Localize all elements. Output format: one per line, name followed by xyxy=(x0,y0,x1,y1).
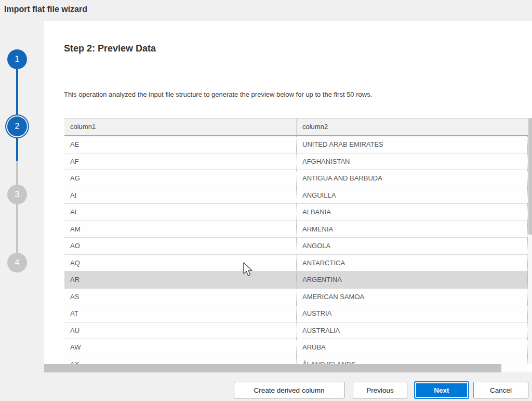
table-body: AEUNITED ARAB EMIRATESAFAFGHANISTANAGANT… xyxy=(64,136,528,364)
cell-column2: AFGHANISTAN xyxy=(296,153,528,170)
cell-column2: ARMENIA xyxy=(296,221,528,238)
cell-column2: AUSTRALIA xyxy=(296,322,528,339)
table-row[interactable]: ARARGENTINA xyxy=(64,271,528,289)
cell-column1: AE xyxy=(64,136,296,153)
cell-column1: AW xyxy=(64,339,296,356)
cell-column1: AI xyxy=(64,187,296,204)
create-derived-column-button[interactable]: Create derived column xyxy=(234,382,344,398)
table-row[interactable]: AMARMENIA xyxy=(64,221,528,238)
table-row[interactable]: AFAFGHANISTAN xyxy=(64,153,528,171)
cell-column1: AU xyxy=(64,322,296,339)
cell-column1: AT xyxy=(64,305,296,322)
table-row[interactable]: AIANGUILLA xyxy=(64,187,528,204)
next-button[interactable]: Next xyxy=(414,381,469,399)
cell-column2: ARUBA xyxy=(296,339,528,356)
table-row[interactable]: ALALBANIA xyxy=(64,204,528,221)
cell-column2: ALBANIA xyxy=(296,204,528,221)
column-header-column1[interactable]: column1 xyxy=(64,119,296,135)
horizontal-scrollbar-thumb[interactable] xyxy=(44,364,501,372)
table-row[interactable]: ATAUSTRIA xyxy=(64,305,528,322)
cell-column1: AS xyxy=(64,289,296,305)
cell-column1: AO xyxy=(64,238,296,254)
page-title: Step 2: Preview Data xyxy=(64,43,156,54)
wizard-title-bar: Import flat file wizard xyxy=(0,0,532,21)
step-indicator-1: 1 xyxy=(7,49,27,69)
cell-column2: ANGOLA xyxy=(296,238,528,254)
cell-column2: ANTIGUA AND BARBUDA xyxy=(296,170,528,187)
mouse-cursor-icon xyxy=(243,262,254,277)
step-indicator-2: 2 xyxy=(7,117,27,136)
previous-button[interactable]: Previous xyxy=(353,382,407,398)
cell-column1: AR xyxy=(64,271,296,288)
cell-column2: ÅLAND ISLANDS xyxy=(296,356,528,365)
table-row[interactable]: AGANTIGUA AND BARBUDA xyxy=(64,170,528,187)
table-row[interactable]: AQANTARCTICA xyxy=(64,255,528,272)
table-row[interactable]: AXÅLAND ISLANDS xyxy=(64,356,528,365)
cell-column2: UNITED ARAB EMIRATES xyxy=(296,136,528,153)
cell-column2: ARGENTINA xyxy=(296,271,528,288)
preview-table: column1 column2 AEUNITED ARAB EMIRATESAF… xyxy=(64,118,528,364)
cell-column2: AUSTRIA xyxy=(296,305,528,322)
cell-column1: AQ xyxy=(64,255,296,271)
cell-column1: AX xyxy=(64,356,296,365)
cell-column1: AG xyxy=(64,170,296,187)
cancel-button[interactable]: Cancel xyxy=(473,382,528,398)
table-row[interactable]: ASAMERICAN SAMOA xyxy=(64,289,528,306)
cell-column2: AMERICAN SAMOA xyxy=(296,289,528,305)
preview-description: This operation analyzed the input file s… xyxy=(64,90,372,98)
table-row[interactable]: AWARUBA xyxy=(64,339,528,356)
cell-column1: AF xyxy=(64,153,296,170)
table-row[interactable]: AOANGOLA xyxy=(64,238,528,255)
stepper-rail-progress xyxy=(16,59,18,161)
vertical-scrollbar[interactable] xyxy=(528,118,532,364)
step-indicator-3: 3 xyxy=(7,185,27,204)
table-row[interactable]: AEUNITED ARAB EMIRATES xyxy=(64,136,528,153)
window-title: Import flat file wizard xyxy=(4,5,87,14)
column-header-column2[interactable]: column2 xyxy=(296,119,528,135)
table-row[interactable]: AUAUSTRALIA xyxy=(64,322,528,340)
cell-column1: AM xyxy=(64,221,296,238)
table-header-row: column1 column2 xyxy=(64,119,528,136)
step-indicator-4: 4 xyxy=(7,253,27,273)
cell-column2: ANTARCTICA xyxy=(296,255,528,271)
vertical-scrollbar-thumb[interactable] xyxy=(528,118,532,235)
cell-column1: AL xyxy=(64,204,296,221)
horizontal-scrollbar[interactable] xyxy=(44,364,527,372)
cell-column2: ANGUILLA xyxy=(296,187,528,204)
